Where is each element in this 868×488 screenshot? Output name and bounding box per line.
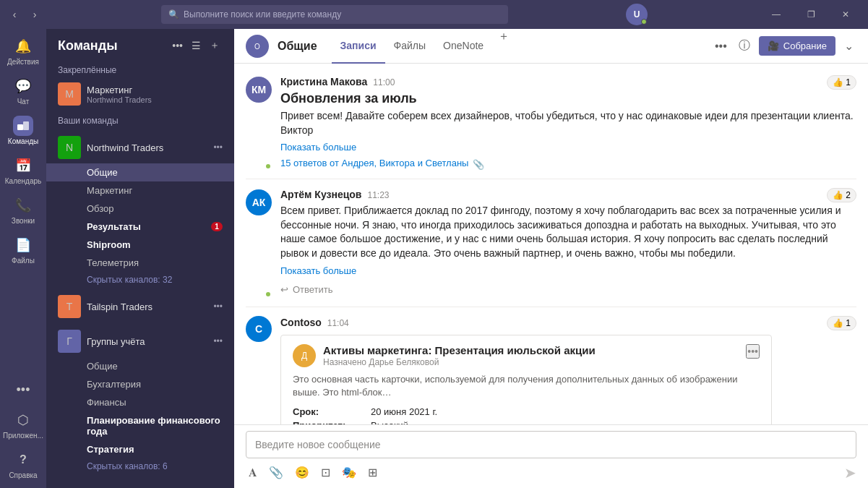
sidebar-item-chat[interactable]: 💬 Чат: [4, 72, 42, 110]
channel-telemetry[interactable]: Телеметрия: [46, 254, 234, 272]
sidebar-item-help[interactable]: ? Справка: [4, 445, 42, 484]
search-bar[interactable]: 🔍 Выполните поиск или введите команду: [161, 5, 508, 24]
sidebar-more-button[interactable]: •••: [169, 38, 186, 53]
channel-results[interactable]: Результаты 1: [46, 218, 234, 236]
tab-files[interactable]: Файлы: [385, 29, 434, 64]
tab-add-button[interactable]: ＋: [492, 29, 515, 64]
replies-line-1[interactable]: 15 ответов от Андрея, Виктора и Светланы…: [280, 156, 856, 170]
messages-area[interactable]: КМ Кристина Макова 11:00 👍 1: [234, 64, 868, 424]
attach-button[interactable]: 📎: [266, 463, 286, 482]
tailspin-more[interactable]: •••: [213, 301, 223, 312]
user-avatar[interactable]: U: [626, 4, 648, 25]
card-fields: Срок: 20 июня 2021 г. Приоритет: Высокий…: [293, 406, 760, 424]
sidebar-item-calls[interactable]: 📞 Звонки: [4, 191, 42, 229]
calendar-label: Календарь: [5, 177, 41, 185]
sidebar-filter-button[interactable]: ☰: [189, 38, 204, 53]
tab-records[interactable]: Записи: [332, 29, 385, 64]
show-more-2[interactable]: Показать больше: [280, 265, 356, 276]
channel-financial-planning[interactable]: Планирование финансового года: [46, 411, 234, 440]
files-label: Файлы: [12, 257, 35, 265]
sidebar-item-teams[interactable]: Команды: [4, 111, 42, 150]
team-northwind-header[interactable]: N Northwind Traders •••: [46, 132, 234, 163]
channel-accounting[interactable]: Бухгалтерия: [46, 375, 234, 393]
help-icon: ?: [13, 450, 33, 470]
svg-rect-0: [17, 124, 23, 130]
sidebar-add-button[interactable]: ＋: [207, 38, 223, 53]
sidebar-item-files[interactable]: 📄 Файлы: [4, 231, 42, 269]
channel-obschie-northwind[interactable]: Общие: [46, 163, 234, 181]
minimize-button[interactable]: —: [760, 3, 793, 26]
tailspin-name: Tailspin Traders: [87, 301, 207, 312]
accounts-hidden-channels[interactable]: Скрытых каналов: 6: [46, 458, 234, 474]
channel-name: Общие: [278, 40, 317, 53]
card-avatar: Д: [293, 344, 316, 367]
msg-content-card: Contoso 11:04 👍 1 Д: [280, 316, 856, 424]
northwind-hidden-channels[interactable]: Скрытых каналов: 32: [46, 272, 234, 288]
restore-button[interactable]: ❐: [794, 3, 828, 26]
channel-marketing[interactable]: Маркетинг: [46, 181, 234, 200]
online-dot-2: [265, 291, 272, 298]
channel-obzor[interactable]: Обзор: [46, 200, 234, 218]
emoji-button[interactable]: 😊: [292, 463, 312, 482]
reaction-badge-2[interactable]: 👍 2: [827, 188, 856, 202]
activity-label: Действия: [7, 58, 39, 66]
sticker-button[interactable]: 🎭: [339, 463, 359, 482]
team-tailspin-header[interactable]: T Tailspin Traders •••: [46, 291, 234, 322]
channel-header: О Общие Записи Файлы OneNote ＋ ••• ⓘ 🎥 С…: [234, 29, 868, 64]
replies-text-1: 15 ответов от Андрея, Виктора и Светланы: [280, 158, 468, 168]
tailspin-icon: T: [58, 295, 81, 318]
message-group-1: КМ Кристина Макова 11:00 👍 1: [234, 69, 868, 176]
compose-box[interactable]: Введите новое сообщение: [246, 431, 856, 458]
northwind-more[interactable]: •••: [213, 142, 223, 153]
rail-bottom: ••• ⬡ Приложен... ? Справка: [4, 375, 42, 485]
show-more-1[interactable]: Показать больше: [280, 142, 356, 153]
reaction-emoji-2: 👍: [833, 190, 843, 200]
forward-button[interactable]: ›: [26, 6, 43, 23]
team-accounts: Г Группы учёта ••• Общие Бухгалтерия Фин…: [46, 325, 234, 474]
accounts-name: Группы учёта: [87, 336, 207, 347]
channel-finance[interactable]: Финансы: [46, 393, 234, 411]
channel-obschie-accounts[interactable]: Общие: [46, 357, 234, 375]
channel-strategy[interactable]: Стратегия: [46, 440, 234, 458]
send-button[interactable]: ➤: [844, 464, 856, 481]
reaction-emoji-1: 👍: [833, 77, 843, 87]
sidebar-item-activity[interactable]: 🔔 Действия: [4, 32, 42, 70]
tab-onenote[interactable]: OneNote: [434, 29, 492, 64]
files-icon: 📄: [13, 235, 33, 255]
expand-button[interactable]: ⌄: [841, 36, 856, 56]
reply-btn-2[interactable]: ↩ Ответить: [280, 281, 856, 298]
reaction-badge-card[interactable]: 👍 1: [827, 316, 856, 330]
reaction-badge-1[interactable]: 👍 1: [827, 75, 856, 90]
msg-avatar-2: АК: [246, 189, 272, 215]
compose-toolbar: 𝐀 📎 😊 ⊡ 🎭 ⊞ ➤: [246, 463, 856, 482]
close-button[interactable]: ✕: [829, 3, 862, 26]
card-more-button[interactable]: •••: [746, 344, 760, 359]
online-dot-1: [265, 163, 272, 170]
back-button[interactable]: ‹: [6, 6, 23, 23]
more-tools-button[interactable]: ⊞: [365, 463, 380, 482]
team-accounts-header[interactable]: Г Группы учёта •••: [46, 325, 234, 357]
msg-text-2: Всем привет. Приближается доклад по 2017…: [280, 204, 856, 260]
online-indicator: [641, 19, 647, 25]
accounts-more[interactable]: •••: [213, 336, 223, 346]
more-options-button[interactable]: •••: [712, 37, 730, 56]
help-label: Справка: [9, 471, 37, 479]
sidebar-item-calendar[interactable]: 📅 Календарь: [4, 151, 42, 189]
sidebar-item-more[interactable]: •••: [4, 375, 42, 404]
channel-shiproom[interactable]: Shiproom: [46, 236, 234, 254]
msg-text-1: Привет всем! Давайте соберем всех дизайн…: [280, 109, 856, 137]
reaction-count-2: 2: [846, 190, 851, 200]
northwind-icon: N: [58, 136, 81, 159]
format-button[interactable]: 𝐀: [246, 463, 260, 482]
join-meeting-button[interactable]: 🎥 Собрание: [759, 36, 835, 56]
sidebar-item-apps[interactable]: ⬡ Приложен...: [4, 406, 42, 444]
card-title: Активы маркетинга: Презентация июльской …: [323, 344, 596, 356]
chat-icon: 💬: [13, 76, 33, 96]
pinned-marketing[interactable]: М Маркетинг Northwind Traders: [46, 78, 234, 110]
msg-reaction-1: 👍 1: [827, 75, 856, 90]
sidebar: Команды ••• ☰ ＋ Закреплённые М Маркетинг…: [46, 29, 234, 488]
msg-header-1: Кристина Макова 11:00 👍 1: [280, 75, 856, 90]
svg-text:C: C: [255, 323, 262, 335]
info-button[interactable]: ⓘ: [736, 35, 753, 56]
gif-button[interactable]: ⊡: [318, 463, 333, 482]
